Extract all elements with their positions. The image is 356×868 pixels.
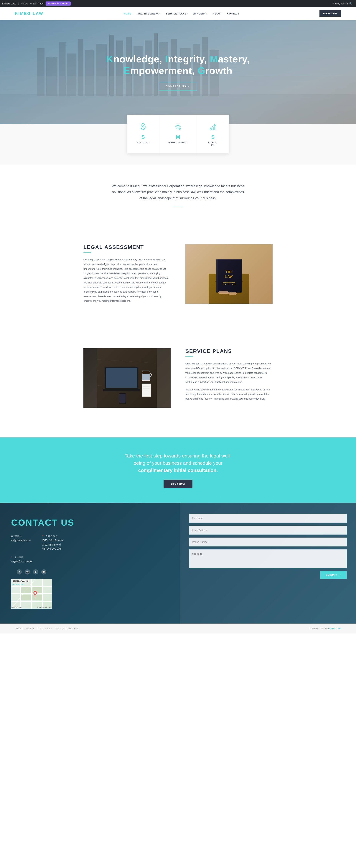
legal-assessment-image: THE LAW [185,244,273,304]
rocket-icon [139,122,148,131]
svg-rect-31 [216,259,218,292]
instagram-icon[interactable]: 📷 [25,569,30,575]
edit-page-button[interactable]: ✏ Edit Page [30,2,43,5]
services-icons-container: S START-UP M MAINTENANCE [127,115,229,153]
contact-address-item: 📍 ADDRESS #595, 16th Avenue,#301, Richmo… [42,535,64,551]
site-name-label[interactable]: KIMEG LAW [2,2,16,5]
address-label: 📍 ADDRESS [42,535,64,537]
submit-label: SUBMIT → [326,574,341,577]
svg-text:OpenStreetMap: OpenStreetMap [11,607,22,608]
nav-item-about[interactable]: ABOUT [213,12,222,15]
contact-info-row-1: ✉ EMAIL sh@kimeglaw.ca 📍 ADDRESS #595, 1… [11,535,169,551]
hero-contact-button[interactable]: CONTACT US → [159,82,198,91]
service-plans-text: SERVICE PLANS Once we gain a thorough un… [185,348,273,404]
service-scaleup[interactable]: S SCALE-UP [197,115,229,153]
map-image[interactable]: OpenStreetMap Map data ©2024 Google 1595… [11,579,52,609]
message-textarea[interactable] [189,550,347,568]
admin-bar-right: Howdy, admin 🔍 [333,2,352,5]
service-plans-content: SERVICE PLANS Once we gain a thorough un… [76,337,280,419]
linkedin-icon[interactable]: in [33,569,38,575]
privacy-policy-link[interactable]: PRIVACY POLICY [15,627,34,630]
highlight-g: G [198,65,205,76]
email-input[interactable] [189,526,347,535]
svg-rect-70 [32,595,42,600]
nav-item-services[interactable]: SERVICE PLANS [166,12,188,15]
phone-label: 📞 PHONE [11,556,32,558]
service-startup[interactable]: S START-UP [127,115,159,153]
nav-menu: HOME PRACTICE AREAS SERVICE PLANS ACADEM… [124,12,239,15]
welcome-section: Welcome to KiMeg Law Professional Corpor… [108,164,248,222]
email-icon: ✉ [11,535,13,537]
facebook-icon[interactable]: f [17,569,22,575]
terms-link[interactable]: TERMS OF SERVICE [56,627,79,630]
contact-phone-item: 📞 PHONE +1(905) 724 6006 [11,556,32,563]
whatsapp-icon[interactable]: 💬 [41,569,46,575]
svg-text:LAW: LAW [225,275,233,278]
full-name-input[interactable] [189,514,347,523]
service-maintenance[interactable]: M MAINTENANCE [159,115,197,153]
hero-content: Knowledge, Integrity, Mastery, Empowerme… [106,53,250,91]
email-label: ✉ EMAIL [11,535,31,537]
highlight-k: K [106,54,113,64]
nav-item-academy[interactable]: ACADEMY [193,12,207,15]
contact-form-container: SUBMIT → [180,503,356,624]
legal-assessment-body: Our unique approach begins with a compli… [83,257,171,303]
svg-rect-51 [142,371,150,374]
hero-section: Knowledge, Integrity, Mastery, Empowerme… [0,20,356,124]
submit-button[interactable]: SUBMIT → [320,571,347,579]
section-divider [83,252,91,253]
legal-assessment-content: LEGAL ASSESSMENT Our unique approach beg… [76,233,280,315]
admin-bar-left: KIMEG LAW | + New ✏ Edit Page Enable Vis… [2,1,71,6]
svg-rect-68 [21,595,31,600]
site-logo[interactable]: KIMEG LAW [15,11,43,16]
email-value: sh@kimeglaw.ca [11,538,31,542]
phone-icon: 📞 [11,556,14,558]
nav-item-practice[interactable]: PRACTICE AREAS [137,12,161,15]
legal-assessment-heading: LEGAL ASSESSMENT [83,244,171,250]
service-plans-image [83,348,171,408]
hero-title: Knowledge, Integrity, Mastery, Empowerme… [106,53,250,76]
admin-bar: KIMEG LAW | + New ✏ Edit Page Enable Vis… [0,0,356,7]
svg-rect-25 [210,128,211,130]
social-icons: f 📷 in 💬 [17,569,169,575]
nav-item-contact[interactable]: CONTACT [227,12,239,15]
svg-rect-52 [142,383,151,397]
nav-item-home[interactable]: HOME [124,12,131,15]
map-address-label: 1595 16th Ave #301 [12,580,29,582]
highlight-m: M [210,54,218,64]
main-nav: KIMEG LAW HOME PRACTICE AREAS SERVICE PL… [0,7,356,20]
svg-point-39 [218,291,229,294]
new-button[interactable]: + New [21,2,28,5]
book-now-button[interactable]: BOOK NOW [319,10,341,17]
map-view-larger-link[interactable]: View larger map [12,582,24,586]
logo-part1: KIMEG [15,11,31,16]
svg-rect-67 [21,587,31,593]
disclaimer-link[interactable]: DISCLAIMER [38,627,52,630]
map-inner: OpenStreetMap Map data ©2024 Google 1595… [11,579,52,609]
enable-visual-builder-button[interactable]: Enable Visual Builder [46,1,71,6]
gear-icon [174,122,182,131]
chart-icon [208,122,217,131]
svg-text:THE: THE [225,270,233,274]
logo-part2: LAW [33,11,43,16]
maintenance-name: MAINTENANCE [168,142,187,144]
svg-rect-38 [216,259,242,260]
footer-links: PRIVACY POLICY DISCLAIMER TERMS OF SERVI… [15,627,79,630]
section-divider-2 [185,356,193,357]
desk-image [83,348,171,408]
contact-info-row-2: 📞 PHONE +1(905) 724 6006 [11,556,169,563]
svg-rect-47 [106,368,137,388]
book-now-cta-button[interactable]: Book Now [164,479,192,488]
svg-rect-48 [103,389,140,391]
svg-rect-26 [212,127,214,130]
address-icon: 📍 [42,535,44,537]
startup-letter: S [137,134,150,140]
highlight-e: E [123,65,130,76]
legal-assessment-text: LEGAL ASSESSMENT Our unique approach beg… [83,244,171,303]
footer-brand-link[interactable]: KIMEG LAW [329,627,341,630]
search-icon[interactable]: 🔍 [349,2,352,5]
contact-form: SUBMIT → [189,514,347,579]
contact-section: CONTACT US ✉ EMAIL sh@kimeglaw.ca 📍 ADDR… [0,503,356,624]
services-wrapper: S START-UP M MAINTENANCE [0,124,356,164]
phone-input[interactable] [189,537,347,547]
